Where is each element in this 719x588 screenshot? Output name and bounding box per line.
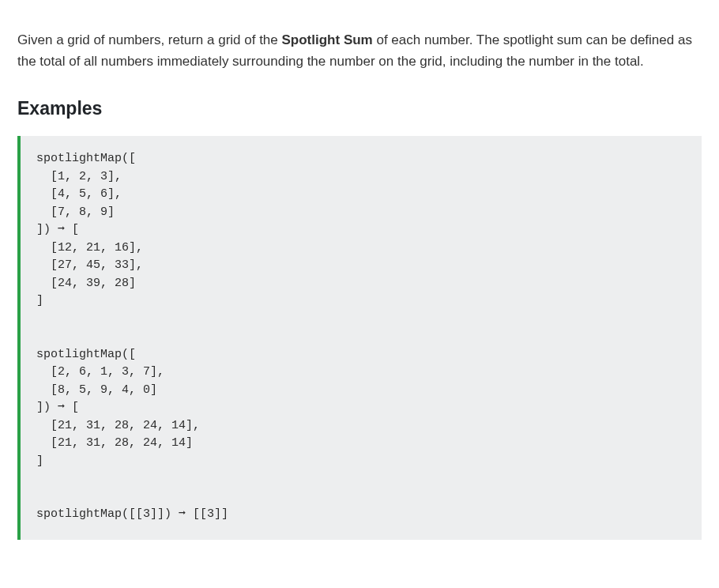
description-bold: Spotlight Sum [282,32,373,47]
examples-heading: Examples [17,94,702,123]
examples-code-block: spotlightMap([ [1, 2, 3], [4, 5, 6], [7,… [17,136,702,540]
problem-description: Given a grid of numbers, return a grid o… [17,29,702,72]
description-pre: Given a grid of numbers, return a grid o… [17,32,282,47]
